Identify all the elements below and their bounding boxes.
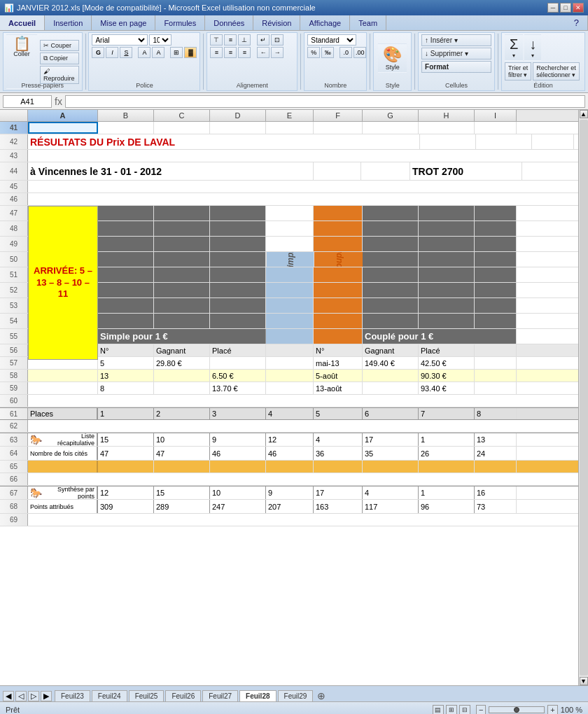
- cell-C67[interactable]: 15: [154, 486, 210, 499]
- cell-B56[interactable]: N°: [98, 344, 154, 356]
- cell-D49[interactable]: [210, 237, 266, 251]
- cell-A68[interactable]: Points attribués: [28, 500, 98, 513]
- cell-G65[interactable]: [363, 461, 419, 472]
- fill-color-btn[interactable]: ▓: [184, 47, 197, 58]
- cell-I48[interactable]: [475, 221, 517, 236]
- col-F[interactable]: F: [314, 110, 363, 121]
- cell-A44-merged[interactable]: à Vincennes le 31 - 01 - 2012: [28, 162, 314, 180]
- cell-D48[interactable]: [210, 221, 266, 236]
- maximize-button[interactable]: □: [560, 3, 571, 13]
- cell-B59[interactable]: 8: [98, 382, 154, 394]
- row-num-65[interactable]: 65: [0, 461, 28, 472]
- cell-B61[interactable]: 1: [98, 408, 154, 419]
- cell-D50[interactable]: [210, 252, 266, 267]
- vertical-scrollbar[interactable]: ▲ ▼: [578, 110, 588, 685]
- align-center-btn[interactable]: ≡: [224, 47, 237, 58]
- cell-A46[interactable]: [28, 193, 461, 205]
- cell-F47[interactable]: [314, 206, 363, 220]
- cell-H67[interactable]: 1: [419, 486, 475, 499]
- cell-B49[interactable]: [98, 237, 154, 251]
- cell-B64[interactable]: 47: [98, 447, 154, 460]
- cell-E53[interactable]: [266, 298, 314, 313]
- cell-E51[interactable]: [266, 267, 314, 282]
- cell-E44[interactable]: [314, 162, 361, 180]
- row-num-42[interactable]: 42: [0, 134, 28, 149]
- cell-H49[interactable]: [419, 237, 475, 251]
- cell-F65[interactable]: [314, 461, 363, 472]
- sheet-tab-feuil26[interactable]: Feuil26: [165, 690, 201, 701]
- cell-C68[interactable]: 289: [154, 500, 210, 513]
- cell-I56[interactable]: [475, 344, 517, 356]
- cell-C47[interactable]: [154, 206, 210, 220]
- cell-I51[interactable]: [475, 267, 517, 282]
- cell-E63[interactable]: 12: [266, 433, 314, 446]
- minimize-button[interactable]: ─: [547, 3, 559, 13]
- row-num-43[interactable]: 43: [0, 150, 28, 162]
- cell-B65[interactable]: [98, 461, 154, 472]
- col-D[interactable]: D: [210, 110, 266, 121]
- row-num-45[interactable]: 45: [0, 181, 28, 192]
- cell-A60[interactable]: [28, 395, 461, 407]
- tab-donnees[interactable]: Données: [205, 15, 253, 30]
- cell-E65[interactable]: [266, 461, 314, 472]
- row-num-47[interactable]: 47: [0, 206, 28, 220]
- tab-accueil[interactable]: Accueil: [0, 15, 45, 30]
- cell-F44[interactable]: [361, 162, 410, 180]
- cell-A64[interactable]: Nombre de fois cités: [28, 447, 98, 460]
- cell-F58[interactable]: 5-août: [314, 370, 363, 382]
- cell-A69[interactable]: [28, 514, 461, 526]
- formula-input[interactable]: [65, 95, 585, 108]
- cell-C61[interactable]: 2: [154, 408, 210, 419]
- tab-help[interactable]: ?: [566, 15, 588, 30]
- cell-F50[interactable]: couplé: [314, 252, 363, 267]
- tab-affichage[interactable]: Affichage: [300, 15, 350, 30]
- thousands-btn[interactable]: ‰: [321, 47, 334, 58]
- cell-A45[interactable]: [28, 181, 461, 192]
- cell-H42[interactable]: [476, 134, 532, 149]
- cell-H53[interactable]: [419, 298, 475, 313]
- cell-A65[interactable]: [28, 461, 98, 472]
- cell-H51[interactable]: [419, 267, 475, 282]
- sheet-tab-feuil28[interactable]: Feuil28: [239, 690, 276, 701]
- cell-C49[interactable]: [154, 237, 210, 251]
- cell-G47[interactable]: [363, 206, 419, 220]
- cell-D58[interactable]: 6.50 €: [210, 370, 266, 382]
- cell-H63[interactable]: 1: [419, 433, 475, 446]
- cell-G67[interactable]: 4: [363, 486, 419, 499]
- cell-A58[interactable]: [28, 370, 98, 382]
- page-break-btn[interactable]: ⊟: [459, 705, 470, 715]
- decimal-less-btn[interactable]: .0: [340, 47, 352, 58]
- cell-F55[interactable]: [314, 329, 363, 344]
- zoom-in-btn[interactable]: +: [547, 705, 557, 715]
- remplissage-button[interactable]: ↓ ▾: [524, 34, 541, 61]
- normal-view-btn[interactable]: ▤: [433, 705, 444, 715]
- cell-G51[interactable]: [363, 267, 419, 282]
- cell-B53[interactable]: [98, 298, 154, 313]
- cell-B63[interactable]: 15: [98, 433, 154, 446]
- cell-E61[interactable]: 4: [266, 408, 314, 419]
- percent-btn[interactable]: %: [307, 47, 320, 58]
- cell-H57[interactable]: 42.50 €: [419, 357, 475, 369]
- cell-C59[interactable]: [154, 382, 210, 394]
- align-middle-btn[interactable]: ≡: [224, 34, 237, 46]
- inserer-button[interactable]: ↑ Insérer ▾: [421, 34, 491, 46]
- scroll-thumb[interactable]: [580, 120, 588, 676]
- cell-A42[interactable]: RÉSULTATS DU Prix DE LAVAL: [28, 134, 420, 149]
- cell-E57[interactable]: [266, 357, 314, 369]
- sheet-tab-feuil29[interactable]: Feuil29: [278, 690, 314, 701]
- cell-I67[interactable]: 16: [475, 486, 517, 499]
- row-num-54[interactable]: 54: [0, 314, 28, 328]
- cell-G64[interactable]: 35: [363, 447, 419, 460]
- couper-button[interactable]: ✂ Couper: [40, 40, 79, 51]
- tab-revision[interactable]: Révision: [253, 15, 300, 30]
- scroll-tabs-next[interactable]: ▷: [28, 691, 39, 701]
- row-num-62[interactable]: 62: [0, 420, 28, 432]
- cell-I63[interactable]: 13: [475, 433, 517, 446]
- cell-I53[interactable]: [475, 298, 517, 313]
- cell-G68[interactable]: 117: [363, 500, 419, 513]
- scroll-up-btn[interactable]: ▲: [580, 110, 588, 118]
- align-top-btn[interactable]: ⊤: [210, 34, 223, 46]
- somme-button[interactable]: Σ ▾: [505, 34, 523, 61]
- col-G[interactable]: G: [363, 110, 419, 121]
- row-num-44[interactable]: 44: [0, 162, 28, 180]
